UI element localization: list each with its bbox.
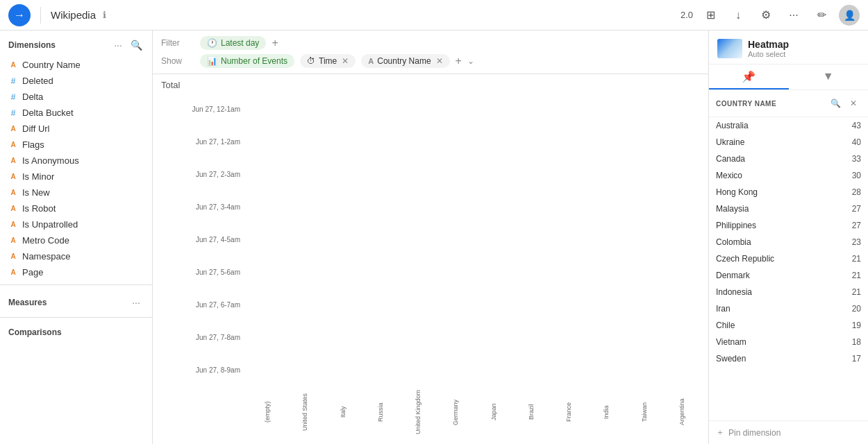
country-name-chip[interactable]: A Country Name ✕: [361, 54, 449, 68]
is-new-label: Is New: [22, 187, 50, 198]
country-name-label: Country Name: [377, 56, 431, 66]
pin-dimension-button[interactable]: ＋ Pin dimension: [709, 420, 868, 444]
country-list-item[interactable]: Czech Republic21: [709, 250, 868, 267]
pin-plus-icon: ＋: [716, 427, 724, 438]
latest-day-chip[interactable]: 🕐 Latest day: [200, 36, 266, 50]
country-list-item[interactable]: Malaysia27: [709, 200, 868, 217]
app-title: Wikipedia: [51, 9, 96, 21]
country-list-item[interactable]: Chile19: [709, 317, 868, 334]
grid-button[interactable]: ⊞: [700, 5, 721, 26]
country-name-cell: Hong Kong: [716, 187, 758, 197]
chart-type-header: Heatmap Auto select: [709, 31, 868, 65]
time-chip[interactable]: ⏱ Time ✕: [300, 54, 356, 68]
sidebar-item-is-minor[interactable]: AIs Minor: [0, 169, 152, 185]
download-button[interactable]: ↓: [728, 5, 749, 26]
country-list-item[interactable]: Philippines27: [709, 217, 868, 234]
country-close-icon[interactable]: ✕: [846, 96, 861, 111]
country-list-item[interactable]: Ukraine40: [709, 134, 868, 151]
country-name-header-icons: 🔍 ✕: [828, 96, 861, 111]
main-layout: Dimensions ··· 🔍 ACountry Name#Deleted#D…: [0, 31, 868, 444]
heatmap-row: Jun 27, 1-2am: [161, 126, 700, 157]
app-logo[interactable]: →: [8, 4, 31, 26]
dimensions-more-icon[interactable]: ···: [110, 37, 126, 53]
country-list-item[interactable]: Denmark21: [709, 267, 868, 284]
chart-type-title: Heatmap: [748, 39, 789, 50]
sidebar: Dimensions ··· 🔍 ACountry Name#Deleted#D…: [0, 31, 153, 444]
delta-icon: #: [8, 92, 18, 102]
filter-row: Filter 🕐 Latest day +: [161, 36, 700, 50]
country-list-item[interactable]: Colombia23: [709, 234, 868, 250]
country-list-item[interactable]: Iran20: [709, 300, 868, 317]
info-icon[interactable]: ℹ: [103, 10, 106, 20]
is-anonymous-label: Is Anonymous: [22, 155, 79, 166]
sidebar-item-page[interactable]: APage: [0, 264, 152, 280]
heatmap-row-label-5: Jun 27, 5-6am: [161, 268, 244, 276]
tab-filter[interactable]: ▼: [789, 65, 869, 89]
tab-pin[interactable]: 📌: [709, 65, 789, 89]
flags-label: Flags: [22, 139, 44, 150]
country-list-item[interactable]: Indonesia21: [709, 284, 868, 300]
filter-label: Filter: [161, 38, 194, 48]
country-name-icon: A: [8, 61, 18, 69]
dimensions-search-icon[interactable]: 🔍: [128, 37, 144, 53]
country-count-cell: 43: [852, 121, 861, 130]
sidebar-item-country-name[interactable]: ACountry Name: [0, 57, 152, 73]
time-chip-close[interactable]: ✕: [342, 56, 349, 66]
col-label-0: (empty): [249, 388, 285, 436]
sidebar-item-namespace[interactable]: ANamespace: [0, 248, 152, 264]
heatmap-thumbnail: [717, 39, 742, 58]
country-name-chip-close[interactable]: ✕: [436, 56, 443, 66]
country-search-icon[interactable]: 🔍: [828, 96, 843, 111]
sidebar-item-delta[interactable]: #Delta: [0, 89, 152, 105]
country-list-item[interactable]: Vietnam18: [709, 334, 868, 350]
heatmap-row-label-4: Jun 27, 4-5am: [161, 236, 244, 244]
country-count-cell: 21: [852, 254, 861, 264]
heatmap-row-label-1: Jun 27, 1-2am: [161, 138, 244, 146]
country-count-cell: 23: [852, 237, 861, 247]
version-label: 2.0: [681, 10, 693, 20]
show-label: Show: [161, 56, 194, 66]
country-name-cell: Ukraine: [716, 137, 744, 147]
country-name-cell: Vietnam: [716, 337, 746, 347]
heatmap-row-label-7: Jun 27, 7-8am: [161, 334, 244, 341]
sidebar-item-delta-bucket[interactable]: #Delta Bucket: [0, 105, 152, 121]
sidebar-item-is-unpatrolled[interactable]: AIs Unpatrolled: [0, 216, 152, 232]
country-list-item[interactable]: Australia43: [709, 117, 868, 134]
country-list-item[interactable]: Canada33: [709, 151, 868, 167]
filter-add-button[interactable]: +: [272, 37, 278, 49]
chart-area: Total Jun 27, 12-1amJun 27, 1-2amJun 27,…: [153, 74, 708, 444]
edit-button[interactable]: ✏: [811, 5, 832, 26]
avatar[interactable]: 👤: [839, 5, 860, 26]
sidebar-item-deleted[interactable]: #Deleted: [0, 73, 152, 89]
heatmap-row: Jun 27, 7-8am: [161, 322, 700, 354]
country-list: Australia43Ukraine40Canada33Mexico30Hong…: [709, 117, 868, 420]
col-label-1: United States: [286, 388, 323, 436]
measures-title: Measures: [8, 298, 47, 307]
col-label-3: Russia: [362, 388, 399, 436]
col-label-9: India: [587, 388, 624, 436]
country-list-item[interactable]: Mexico30: [709, 167, 868, 184]
show-add-button[interactable]: +: [456, 55, 462, 67]
chart-type-sub: Auto select: [748, 50, 789, 58]
is-robot-icon: A: [8, 205, 18, 212]
is-robot-label: Is Robot: [22, 203, 56, 214]
comparisons-header: Comparisons: [0, 322, 152, 340]
sidebar-item-metro-code[interactable]: AMetro Code: [0, 232, 152, 248]
show-chevron-icon[interactable]: ⌄: [467, 56, 474, 66]
more-button[interactable]: ···: [783, 5, 804, 26]
number-of-events-chip[interactable]: 📊 Number of Events: [200, 54, 294, 68]
sidebar-item-is-anonymous[interactable]: AIs Anonymous: [0, 153, 152, 169]
show-row: Show 📊 Number of Events ⏱ Time ✕ A Count…: [161, 54, 700, 68]
country-list-item[interactable]: Sweden17: [709, 350, 868, 367]
diff-url-icon: A: [8, 125, 18, 133]
page-label: Page: [22, 267, 43, 278]
sidebar-divider-1: [0, 284, 152, 285]
sidebar-item-is-robot[interactable]: AIs Robot: [0, 200, 152, 216]
measures-more-icon[interactable]: ···: [128, 295, 144, 310]
sidebar-item-flags[interactable]: AFlags: [0, 137, 152, 153]
sidebar-item-diff-url[interactable]: ADiff Url: [0, 121, 152, 137]
settings-button[interactable]: ⚙: [756, 5, 776, 26]
country-list-item[interactable]: Hong Kong28: [709, 184, 868, 200]
sidebar-item-is-new[interactable]: AIs New: [0, 185, 152, 200]
country-name-cell: Malaysia: [716, 204, 749, 214]
